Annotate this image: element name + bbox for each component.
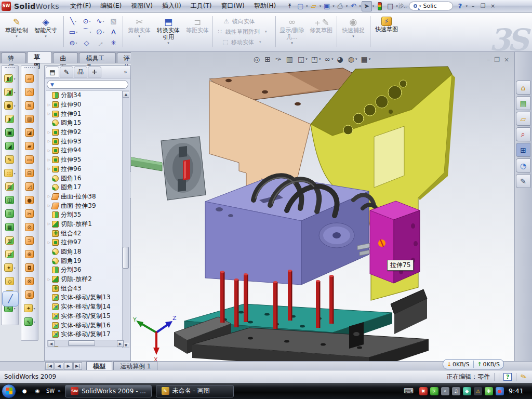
feature-tool-button[interactable]: ✦ ▾ [2,261,18,274]
sketch-button[interactable]: ✎ 草图绘制 ▾ [2,15,31,49]
tree-item[interactable]: 分割34 [46,91,122,100]
task-pane-tab[interactable]: ⊞ [516,143,530,157]
menu-item[interactable]: 视图(V) [126,0,157,12]
sketch-entity-icon[interactable]: ∅▾ [94,26,107,37]
tree-item[interactable]: 实体-移动/复制15 [46,312,122,321]
manager-more-icon[interactable]: » [124,69,129,75]
surface-tool-button[interactable]: ∿ ▾ [21,315,38,328]
expand-arrow-icon[interactable]: ▷ [46,277,52,282]
ribbon-tab[interactable]: 模具工具 [79,52,115,63]
surface-tool-button[interactable]: ◠ [21,85,38,99]
taskbar-button-solidworks[interactable]: SW SolidWorks 2009 - ... [65,385,152,397]
tree-item[interactable]: ▷ 拉伸94 [46,146,122,155]
quick-launch-icon[interactable]: ◉ [33,387,42,396]
headsup-icon[interactable]: ◰▾ [311,55,321,63]
measure-button[interactable]: ╱ [2,291,19,307]
expand-arrow-icon[interactable]: ▷ [46,103,52,107]
print-button[interactable]: ⎙ [335,1,345,11]
tree-item[interactable]: 圆角19 [46,256,122,265]
menu-item[interactable]: 帮助(H) [249,0,281,12]
start-button[interactable] [2,384,16,398]
expand-arrow-icon[interactable]: ▷ [46,139,52,143]
open-dd-icon[interactable]: ▾ [320,4,322,8]
feature-tool-button[interactable]: ◨ ▾ [2,85,18,99]
tree-item[interactable]: ▷ 拉伸91 [46,109,122,118]
toolbar-grip[interactable] [5,67,15,71]
quick-tips-icon[interactable]: ? [503,373,512,381]
undo-button[interactable]: ↶ [348,1,358,11]
locating-ring-part[interactable] [161,137,206,200]
tree-item[interactable]: 实体-移动/复制13 [46,293,122,302]
tray-icon[interactable]: ● [496,387,504,395]
surface-tool-button[interactable]: ◿ [21,180,38,193]
surface-tool-button[interactable]: ⊟ [21,166,38,180]
sketch-dd-icon[interactable]: ▾ [16,34,18,38]
help-dd-icon[interactable]: ▾ [466,4,468,8]
tree-item[interactable]: 圆角17 [46,183,122,192]
sketch-entity-icon[interactable]: ◞▾ [94,37,107,48]
surface-tool-button[interactable]: ▨ [21,112,38,126]
manager-tab[interactable]: ▤ [46,66,59,77]
sketch-entity-icon[interactable]: ▭▾ [66,26,80,37]
undo-dd-icon[interactable]: ▾ [359,4,361,8]
tree-item[interactable]: ▷ 拉伸95 [46,155,122,165]
scroll-thumb[interactable] [68,340,95,346]
headsup-icon[interactable]: ◕ [337,55,344,63]
scroll-thumb[interactable] [123,247,129,269]
quick-launch-icon[interactable]: ● [20,387,29,396]
manager-tab[interactable]: ✎ [60,66,73,77]
restore-button[interactable]: ❐ [478,2,487,10]
tab-nav-button[interactable]: |◀ [45,362,54,370]
headsup-icon[interactable]: ✑ [275,55,283,63]
menu-item[interactable]: 窗口(W) [216,0,249,12]
tree-item[interactable]: 分割36 [46,265,122,275]
surface-tool-button[interactable]: ≋ [21,99,38,112]
display-delete-dd-icon[interactable]: ▾ [291,41,293,45]
surface-tool-button[interactable]: ◘ [21,261,38,274]
ribbon-tab[interactable]: 特征 [1,52,26,63]
sketch-entity-icon[interactable]: ▧ [107,16,121,26]
rebuild-button[interactable] [375,1,385,11]
close-button[interactable]: × [488,2,497,10]
sketch-entity-icon[interactable]: ⊙▾ [80,16,94,26]
repair-sketch-button[interactable]: ＋✎ 修复草图 [307,15,336,49]
expand-arrow-icon[interactable]: ▷ [46,149,52,153]
surface-tool-button[interactable]: ⊃ [21,234,38,247]
display-delete-relations-button[interactable]: ∞ 显示/删除几... ▾ [277,15,307,49]
sketch-entity-icon[interactable]: ∿▾ [94,16,107,26]
net-speed-widget[interactable]: ↓0KB/S ↑0KB/S [443,359,504,369]
pin-icon[interactable]: 🖈 [285,1,295,11]
save-button[interactable]: ▣ [322,1,332,11]
select-button[interactable]: ➤ [362,1,372,11]
feature-tool-button[interactable]: ▣ [2,126,18,139]
task-pane-tab[interactable]: ✎ [516,174,530,188]
feature-tool-button[interactable]: ● ▾ [2,99,18,112]
tray-icon[interactable]: ◆ [463,387,471,395]
quick-launch-icon[interactable]: SW [46,387,55,396]
row-tool-button[interactable]: ⬚ 移动实体▾ [220,37,263,47]
feature-tool-button[interactable]: ⇄ [2,247,18,261]
tab-nav-button[interactable]: ▶ [64,362,73,370]
headsup-icon[interactable]: ∞▾ [324,55,333,63]
feature-tool-button[interactable]: ◧ ▾ [2,72,18,85]
tray-icon[interactable]: ⌕ [441,387,449,395]
feature-tool-button[interactable]: ◢ [2,139,18,153]
tree-item[interactable]: ▷ 拉伸96 [46,165,122,174]
task-pane-tab[interactable]: ⌕ [516,127,530,141]
search-input[interactable] [423,3,448,9]
expand-arrow-icon[interactable]: ▷ [46,130,52,135]
tray-icon[interactable]: ♫ [452,387,460,395]
tree-item[interactable]: 组合43 [46,284,122,293]
tree-item[interactable]: 实体-移动/复制17 [46,330,122,339]
task-pane-tab[interactable]: ▤ [516,96,530,110]
convert-dd-icon[interactable]: ▾ [167,41,169,45]
guide-rod[interactable] [131,155,162,171]
select-dd-icon[interactable]: ▾ [373,4,375,8]
sketch-entity-icon[interactable]: ⌒▾ [80,26,94,37]
sketch-entity-icon[interactable]: ✳ [107,37,121,48]
headsup-icon[interactable]: ◱▾ [298,55,308,63]
options-dd-icon[interactable]: ▾ [396,4,398,8]
surface-tool-button[interactable]: ⊜ [21,288,38,301]
expand-arrow-icon[interactable]: ▷ [46,167,52,171]
sketch-entity-icon[interactable]: A [107,26,121,37]
